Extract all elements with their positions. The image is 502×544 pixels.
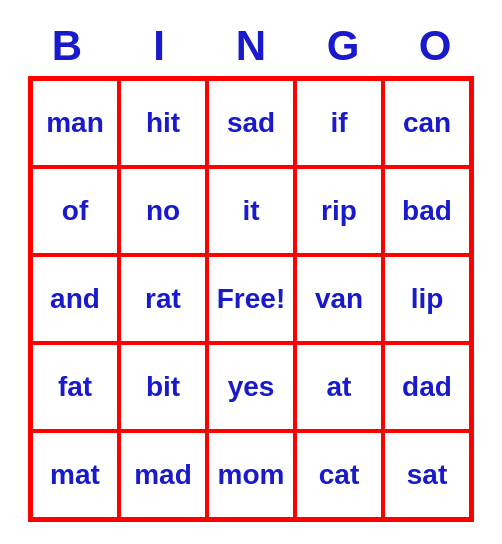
header-b: B: [25, 22, 109, 70]
cell-3-3: at: [295, 343, 383, 431]
cell-1-4: bad: [383, 167, 471, 255]
cell-2-3: van: [295, 255, 383, 343]
cell-0-2: sad: [207, 79, 295, 167]
cell-3-0: fat: [31, 343, 119, 431]
cell-3-4: dad: [383, 343, 471, 431]
cell-0-4: can: [383, 79, 471, 167]
bingo-header: B I N G O: [21, 22, 481, 70]
header-n: N: [209, 22, 293, 70]
free-space: Free!: [207, 255, 295, 343]
cell-2-4: lip: [383, 255, 471, 343]
header-i: I: [117, 22, 201, 70]
header-g: G: [301, 22, 385, 70]
cell-4-3: cat: [295, 431, 383, 519]
cell-4-4: sat: [383, 431, 471, 519]
cell-0-1: hit: [119, 79, 207, 167]
cell-3-1: bit: [119, 343, 207, 431]
cell-0-0: man: [31, 79, 119, 167]
bingo-grid: man hit sad if can of no it rip bad and …: [28, 76, 474, 522]
cell-3-2: yes: [207, 343, 295, 431]
cell-1-2: it: [207, 167, 295, 255]
cell-1-1: no: [119, 167, 207, 255]
cell-4-2: mom: [207, 431, 295, 519]
cell-1-3: rip: [295, 167, 383, 255]
cell-0-3: if: [295, 79, 383, 167]
cell-4-0: mat: [31, 431, 119, 519]
cell-2-0: and: [31, 255, 119, 343]
bingo-card: B I N G O man hit sad if can of no it ri…: [11, 12, 491, 532]
cell-2-1: rat: [119, 255, 207, 343]
cell-4-1: mad: [119, 431, 207, 519]
cell-1-0: of: [31, 167, 119, 255]
header-o: O: [393, 22, 477, 70]
